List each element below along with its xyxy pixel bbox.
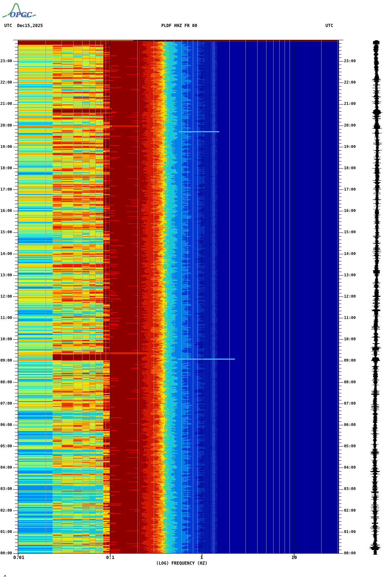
time-label: 04:00 (344, 465, 358, 470)
time-label: 08:00 (344, 380, 358, 385)
time-label: 16:00 (0, 208, 12, 213)
time-label: 06:00 (344, 422, 358, 427)
time-label: 07:00 (0, 401, 12, 406)
time-label: 00:00 (0, 551, 12, 556)
time-label: 21:00 (344, 101, 358, 106)
time-label: 21:00 (0, 101, 12, 106)
time-label: 09:00 (0, 358, 12, 363)
time-label: 14:00 (344, 251, 358, 256)
time-label: 15:00 (0, 230, 12, 235)
time-label: 18:00 (344, 166, 358, 171)
time-label: 22:00 (344, 80, 358, 85)
x-axis-label: (LOG) FREQUENCY (HZ) (156, 561, 208, 566)
time-label: 05:00 (0, 444, 12, 449)
time-label: 02:00 (0, 508, 12, 513)
time-label: 23:00 (0, 59, 12, 64)
time-label: 16:00 (344, 208, 358, 213)
time-label: 12:00 (0, 294, 12, 299)
time-label: 13:00 (0, 273, 12, 278)
time-label: 01:00 (0, 529, 12, 534)
time-label: 03:00 (344, 486, 358, 491)
time-label: 18:00 (0, 166, 12, 171)
spectrogram-page: OPGC UTC Dec15,2025 PLDF HHZ FR 00 UTC 0… (0, 0, 392, 581)
time-label: 17:00 (0, 187, 12, 192)
time-label: 09:00 (344, 358, 358, 363)
time-label: 20:00 (344, 123, 358, 128)
time-label: 14:00 (0, 251, 12, 256)
logo-text: OPGC (9, 11, 32, 18)
time-label: 01:00 (344, 529, 358, 534)
time-label: 05:00 (344, 444, 358, 449)
opgc-logo: OPGC (2, 1, 38, 21)
time-label: 07:00 (344, 401, 358, 406)
time-label: 15:00 (344, 230, 358, 235)
time-label: 10:00 (0, 337, 12, 342)
time-label: 22:00 (0, 80, 12, 85)
corner-mark: .H (3, 575, 6, 577)
spectrogram-canvas (0, 0, 392, 581)
page-title: PLDF HHZ FR 00 (161, 23, 197, 28)
utc-right-label: UTC (325, 23, 333, 28)
time-label: 13:00 (344, 273, 358, 278)
time-label: 04:00 (0, 465, 12, 470)
time-label: 02:00 (344, 508, 358, 513)
time-label: 10:00 (344, 337, 358, 342)
time-label: 11:00 (344, 315, 358, 320)
time-label: 12:00 (344, 294, 358, 299)
freq-tick-label-1: 1 (200, 555, 203, 560)
time-label: 11:00 (0, 315, 12, 320)
freq-tick-label-0p01: 0.01 (13, 555, 24, 560)
time-label: 17:00 (344, 187, 358, 192)
freq-tick-label-10: 10 (291, 555, 297, 560)
time-label: 06:00 (0, 422, 12, 427)
freq-tick-label-0p1: 0.1 (106, 555, 114, 560)
date-label: UTC Dec15,2025 (4, 23, 43, 28)
time-label: 03:00 (0, 486, 12, 491)
time-label: 19:00 (344, 144, 358, 149)
time-label: 08:00 (0, 380, 12, 385)
time-label: 23:00 (344, 59, 358, 64)
time-label: 00:00 (344, 551, 358, 556)
time-label: 19:00 (0, 144, 12, 149)
time-label: 20:00 (0, 123, 12, 128)
